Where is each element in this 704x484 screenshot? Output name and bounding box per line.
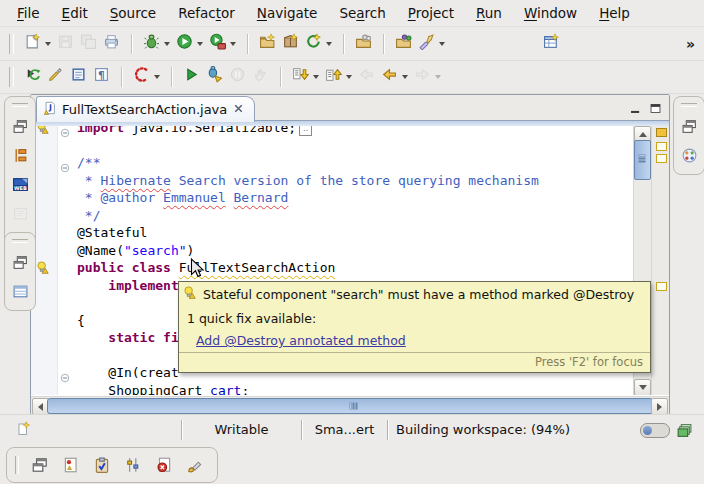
last-edit-back-button[interactable] <box>355 64 378 90</box>
show-source-button[interactable] <box>67 64 90 90</box>
drag-handle[interactable] <box>12 103 28 107</box>
console-view-shortcut[interactable] <box>185 455 205 475</box>
print-button[interactable] <box>100 31 123 57</box>
menu-project[interactable]: Project <box>397 2 465 24</box>
code-line[interactable] <box>77 137 633 155</box>
new-webservice-button[interactable] <box>302 31 335 57</box>
problems-view-shortcut[interactable] <box>61 455 81 475</box>
properties-view-shortcut[interactable] <box>123 455 143 475</box>
restore-views-button[interactable] <box>10 116 30 136</box>
tasks-view-shortcut[interactable] <box>92 455 112 475</box>
news-view-shortcut[interactable] <box>10 203 30 223</box>
save-button[interactable] <box>54 31 77 57</box>
run-last-launched-button[interactable] <box>180 64 203 90</box>
new-wizard-button[interactable] <box>21 31 54 57</box>
horizontal-scroll-thumb[interactable] <box>47 398 653 414</box>
warning-overview-marker[interactable] <box>656 282 667 291</box>
new-wizard-dropdown-arrow[interactable] <box>45 42 51 46</box>
search-button[interactable] <box>415 31 448 57</box>
seam-tools-button[interactable] <box>130 64 163 90</box>
table-view-shortcut[interactable] <box>10 281 30 301</box>
open-type-button[interactable] <box>352 31 375 57</box>
menu-window[interactable]: Window <box>513 2 588 24</box>
toolbar-handle[interactable] <box>9 34 14 54</box>
code-line[interactable]: * Hibernate Search version of the store … <box>77 172 633 190</box>
drag-mode-button[interactable] <box>249 64 272 90</box>
code-line[interactable]: public class FullTextSearchAction <box>77 259 633 277</box>
menu-navigate[interactable]: Navigate <box>246 2 329 24</box>
menu-search[interactable]: Search <box>328 2 396 24</box>
last-edit-location-button[interactable] <box>21 64 44 90</box>
maximize-editor-button[interactable] <box>649 100 662 119</box>
tab-close-icon[interactable] <box>232 100 245 119</box>
web-view-shortcut[interactable]: WEB <box>10 174 30 194</box>
drag-handle[interactable] <box>15 456 19 474</box>
palette-view-shortcut[interactable] <box>679 145 699 165</box>
folding-ruler[interactable] <box>58 126 73 395</box>
show-whitespace-button[interactable]: ¶ <box>90 64 113 90</box>
back-button[interactable] <box>378 64 411 90</box>
collapse-region-icon[interactable] <box>60 368 70 378</box>
run-button[interactable] <box>173 31 206 57</box>
prev-annotation-dropdown-arrow[interactable] <box>346 75 352 79</box>
code-line[interactable]: * @author Emmanuel Bernard <box>77 189 633 207</box>
menu-edit[interactable]: Edit <box>51 2 99 24</box>
background-jobs-icon[interactable] <box>676 422 693 439</box>
toolbar-overflow-chevron[interactable]: » <box>686 36 694 52</box>
code-line[interactable]: @Name("search") <box>77 242 633 260</box>
add-destroy-method-link[interactable]: Add @Destroy annotated method <box>196 333 406 348</box>
menu-help[interactable]: Help <box>588 2 641 24</box>
menu-run[interactable]: Run <box>465 2 513 24</box>
new-package-button[interactable] <box>279 31 302 57</box>
drag-handle[interactable] <box>681 103 697 107</box>
folded-imports-box[interactable]: ‥ <box>299 126 312 136</box>
new-webservice-dropdown-arrow[interactable] <box>326 42 332 46</box>
code-line[interactable]: ShoppingCart cart; <box>77 382 633 396</box>
new-view-button[interactable] <box>540 31 563 57</box>
external-tools-button[interactable] <box>206 31 239 57</box>
debug-dropdown-arrow[interactable] <box>164 42 170 46</box>
menu-source[interactable]: Source <box>99 2 167 24</box>
warning-lightbulb-icon[interactable] <box>36 126 51 135</box>
warning-lightbulb-icon[interactable] <box>36 260 51 275</box>
tab-fulltextsearchaction[interactable]: J FullTextSearchAction.java <box>36 96 255 122</box>
skip-breakpoints-button[interactable] <box>203 64 226 90</box>
warning-overview-marker[interactable] <box>656 128 667 137</box>
code-line[interactable]: */ <box>77 207 633 225</box>
new-project-wizard-button[interactable] <box>256 31 279 57</box>
debug-button[interactable] <box>140 31 173 57</box>
collapse-region-icon[interactable] <box>60 126 70 133</box>
open-resource-button[interactable] <box>392 31 415 57</box>
code-line[interactable]: /** <box>77 154 633 172</box>
package-explorer-shortcut[interactable] <box>10 145 30 165</box>
warning-overview-marker[interactable] <box>656 154 667 163</box>
forward-button[interactable] <box>411 64 444 90</box>
restore-views-button[interactable] <box>679 116 699 136</box>
restore-views-button[interactable] <box>10 252 30 272</box>
scroll-down-button[interactable] <box>634 379 651 395</box>
minimize-editor-button[interactable] <box>629 100 642 119</box>
menu-file[interactable]: File <box>6 2 51 24</box>
previous-annotation-button[interactable] <box>322 64 355 90</box>
overview-ruler[interactable] <box>651 126 669 395</box>
back-dropdown-arrow[interactable] <box>402 75 408 79</box>
vertical-scroll-thumb[interactable] <box>634 140 651 180</box>
forward-dropdown-arrow[interactable] <box>435 75 441 79</box>
mark-occurrences-button[interactable] <box>44 64 67 90</box>
error-log-view-shortcut[interactable] <box>154 455 174 475</box>
horizontal-scrollbar[interactable] <box>31 396 669 414</box>
suspend-button[interactable] <box>226 64 249 90</box>
seam-dropdown-arrow[interactable] <box>154 75 160 79</box>
restore-views-button[interactable] <box>30 455 50 475</box>
warning-overview-marker[interactable] <box>656 142 667 151</box>
run-dropdown-arrow[interactable] <box>197 42 203 46</box>
drag-handle[interactable] <box>12 239 28 243</box>
next-annotation-dropdown-arrow[interactable] <box>313 75 319 79</box>
code-line[interactable]: import java.io.Serializable;‥ <box>77 126 633 137</box>
code-line[interactable]: @Stateful <box>77 224 633 242</box>
search-flashlight-dropdown-arrow[interactable] <box>439 42 445 46</box>
save-all-button[interactable] <box>77 31 100 57</box>
menu-refactor[interactable]: Refactor <box>167 2 246 24</box>
run-external-dropdown-arrow[interactable] <box>230 42 236 46</box>
next-annotation-button[interactable] <box>289 64 322 90</box>
